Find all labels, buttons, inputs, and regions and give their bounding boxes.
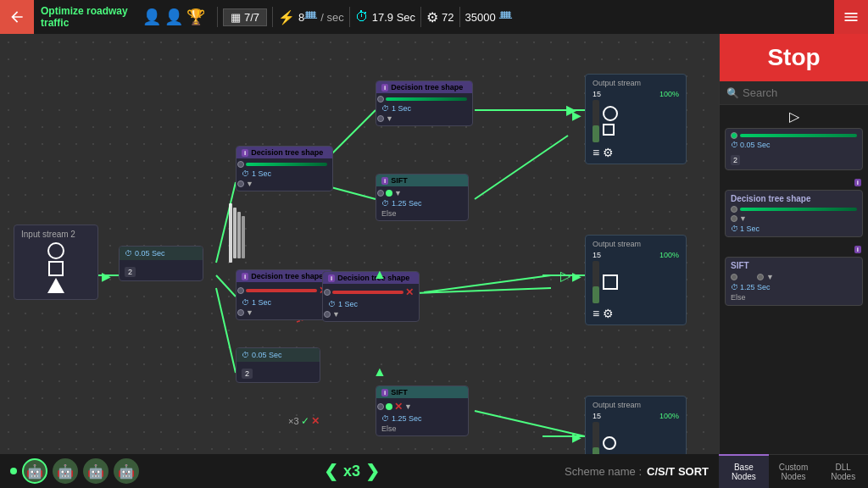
port-out-sift1 xyxy=(386,190,392,197)
out3-slider-fill xyxy=(593,447,599,454)
out1-shape-circle xyxy=(603,106,618,121)
out3-title: Output stream xyxy=(593,401,679,409)
dec-tree-3-header: i Decision tree shape xyxy=(323,272,419,284)
panel-sift-time: ⏱ 1.25 Sec xyxy=(731,283,857,291)
panel-proc-num: 2 xyxy=(731,151,857,166)
sift2-else: Else xyxy=(381,424,463,433)
layers-icon-1: ≡ xyxy=(593,146,599,159)
sift-1-header: i SIFT xyxy=(376,175,468,186)
dec-tree-2-header: i Decision tree shape xyxy=(236,270,332,282)
separator3 xyxy=(349,7,350,27)
port-out-sift2 xyxy=(386,403,392,410)
search-box[interactable]: 🔍 xyxy=(720,81,868,105)
panel-dec-node[interactable]: Decision tree shape ▼ ⏱ 1 Sec xyxy=(725,190,863,237)
check-x3: ✓ xyxy=(301,415,309,427)
dec-tree-4[interactable]: i Decision tree shape ⏱ 1 Sec ▼ xyxy=(376,80,473,126)
red-corner-button[interactable] xyxy=(834,0,868,34)
clock-icon-sift1: ⏱ xyxy=(381,199,389,208)
bot-avatar-1[interactable]: 🤖 xyxy=(22,458,47,484)
panel-dec-dot2 xyxy=(731,215,737,222)
clock-icon-dec2: ⏱ xyxy=(242,298,249,307)
sift-node-2[interactable]: i SIFT ✕ ▼ ⏱ 1.25 Sec Else xyxy=(376,385,469,436)
scheme-display: Scheme name : C/S/T SORT xyxy=(565,465,709,478)
out2-content: 15 100% ≡ ⚙ xyxy=(593,251,679,320)
dec-tree-2-body: ✕ ⏱ 1 Sec ▼ xyxy=(236,282,332,319)
topbar: Optimize roadway traffic 👤 👤 🏆 ▦ 7/7 ⚡ 8… xyxy=(0,0,868,34)
bot-avatar-4[interactable]: 🤖 xyxy=(114,458,139,484)
tab-custom-label: Custom xyxy=(779,463,808,472)
layers-icon-2: ≡ xyxy=(593,307,599,320)
stop-button[interactable]: Stop xyxy=(720,34,868,81)
back-button[interactable] xyxy=(0,0,34,34)
chevron-left[interactable]: ❮ xyxy=(324,461,338,481)
tab-dll-nodes[interactable]: DLL Nodes xyxy=(818,454,868,488)
chevron-right[interactable]: ❯ xyxy=(365,461,380,481)
sift1-arrow: ▼ xyxy=(394,189,402,197)
i-badge-sift2: i xyxy=(381,389,388,396)
dec-tree-2-title: Decision tree shape xyxy=(251,272,323,280)
search-input[interactable] xyxy=(743,86,861,99)
clock-icon: ⏱ xyxy=(355,9,369,25)
out2-bottom-icons: ≡ ⚙ xyxy=(593,307,679,320)
search-icon: 🔍 xyxy=(726,87,739,99)
out2-title: Output stream xyxy=(593,240,679,248)
panel-sift-else: Else xyxy=(731,293,857,302)
panel-i-badge: i xyxy=(854,179,861,186)
svg-rect-18 xyxy=(237,212,241,258)
output-stream-2[interactable]: Output stream 15 100% ≡ ⚙ xyxy=(585,235,687,325)
sift-2-header: i SIFT xyxy=(376,386,468,398)
out1-val: 15 xyxy=(593,90,601,98)
out3-play-arrow: ▶ xyxy=(572,430,581,444)
output-stream-1[interactable]: Output stream 15 100% ≡ xyxy=(585,74,687,164)
x3-canvas-val: ×3 xyxy=(288,416,299,426)
bot-avatar-2[interactable]: 🤖 xyxy=(53,458,78,484)
x-mark-dec3: ✕ xyxy=(405,286,414,298)
out1-bottom-icons: ≡ ⚙ xyxy=(593,146,679,159)
port-in-2 xyxy=(237,180,244,187)
dec-tree-1[interactable]: i Decision tree shape ⏱ 1 Sec ▼ xyxy=(236,146,333,191)
input-stream-node[interactable]: Input stream 2 xyxy=(14,225,98,300)
sift2-arrow: ▼ xyxy=(404,402,412,411)
dec2-time: 1 Sec xyxy=(252,298,271,307)
svg-line-10 xyxy=(475,411,585,436)
tab-custom-nodes[interactable]: Custom Nodes xyxy=(769,454,819,488)
tab-base-label: Base xyxy=(734,463,754,472)
dec-tree-1-title: Decision tree shape xyxy=(251,148,323,157)
shape-circle xyxy=(47,242,64,259)
scheme-label: Scheme name : xyxy=(565,465,642,478)
dec3-time: 1 Sec xyxy=(338,300,358,308)
proc2-body: 2 xyxy=(236,362,320,382)
dec-tree-2[interactable]: i Decision tree shape ✕ ⏱ 1 Sec ▼ xyxy=(236,269,333,320)
stat-speed: ⚡ 8ᚙ / sec xyxy=(278,9,344,25)
i-badge-2: i xyxy=(242,273,248,280)
dec2-port-label: ▼ xyxy=(246,308,253,317)
dec3-port-label: ▼ xyxy=(332,310,340,319)
canvas-area[interactable]: Input stream 2 ▶ ⏱ 0.05 Sec 2 i Decision… xyxy=(0,34,719,454)
panel-proc-node[interactable]: ⏱ 0.05 Sec 2 xyxy=(725,128,863,170)
output-stream-3[interactable]: Output stream 15 100% ≡ ⚙ xyxy=(585,396,687,454)
shape-square xyxy=(48,261,64,276)
panel-i-badge-2: i xyxy=(854,246,861,253)
sift1-else: Else xyxy=(381,209,463,218)
right-panel: Stop 🔍 ▷ ⏱ 0.05 Sec 2 i xyxy=(719,34,868,454)
panel-sift-arrow: ▼ xyxy=(766,273,774,281)
bottombar: 🤖 🤖 🤖 🤖 ❮ x3 ❯ Scheme name : C/S/T SORT xyxy=(0,454,719,488)
port-in-sift1 xyxy=(377,190,384,197)
x-mark-sift2: ✕ xyxy=(394,401,403,413)
proc-node-2[interactable]: ⏱ 0.05 Sec 2 xyxy=(236,347,320,383)
proc2-time: 0.05 Sec xyxy=(252,351,282,359)
i-badge-3: i xyxy=(328,274,335,282)
tab-base-nodes[interactable]: Base Nodes xyxy=(719,454,769,488)
svg-line-1 xyxy=(216,182,236,263)
proc-node-1[interactable]: ⏱ 0.05 Sec 2 xyxy=(119,246,203,281)
panel-sift-node[interactable]: SIFT ▼ ⏱ 1.25 Sec Else xyxy=(725,257,863,306)
panel-dec-time: ⏱ 1 Sec xyxy=(731,225,857,233)
i-badge-1: i xyxy=(242,149,248,157)
dec-tree-3[interactable]: i Decision tree shape ✕ ⏱ 1 Sec ▼ xyxy=(322,271,420,322)
sift-node-1[interactable]: i SIFT ▼ ⏱ 1.25 Sec Else xyxy=(376,174,469,221)
out3-shape-circle xyxy=(603,436,616,450)
tri-out1: ▶ xyxy=(566,102,576,118)
bot-avatar-3[interactable]: 🤖 xyxy=(83,458,108,484)
out2-pct: 100% xyxy=(659,251,679,259)
dec-tree-1-header: i Decision tree shape xyxy=(236,147,332,158)
